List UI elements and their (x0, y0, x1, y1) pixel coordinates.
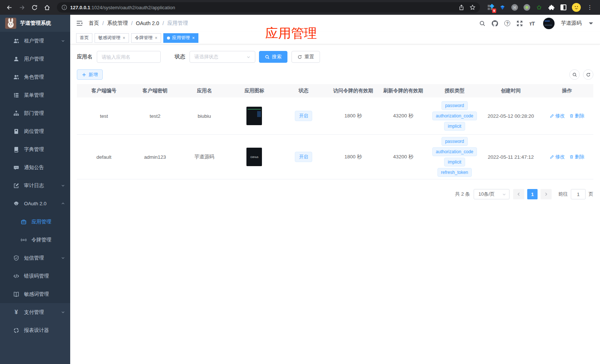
close-tab-icon[interactable]: × (123, 35, 125, 41)
chevron-up-icon (61, 202, 65, 206)
total-count: 共 2 条 (455, 191, 470, 198)
cell-grant-types: passwordauthorization_codeimplicit (428, 97, 481, 134)
sidebar-item-OAuth 2.0[interactable]: OAuth 2.0 (0, 195, 70, 213)
ext-grid-icon[interactable]: 9 (487, 4, 494, 11)
collapse-sidebar-icon[interactable] (76, 20, 83, 27)
sidebar-item-支付管理[interactable]: ¥支付管理 (0, 303, 70, 321)
forward-icon[interactable] (16, 2, 27, 13)
help-icon[interactable]: ? (504, 20, 510, 26)
grant-tag-implicit: implicit (444, 122, 465, 131)
top-navbar: 首页/系统管理/OAuth 2.0/应用管理 ? тT 芋道源码 (70, 15, 600, 32)
ext-star-icon[interactable]: ✩ (535, 4, 543, 11)
breadcrumb-item[interactable]: 系统管理 (107, 20, 128, 27)
sidebar-item-审计日志[interactable]: 审计日志 (0, 176, 70, 195)
page-size-select[interactable]: 10条/页 (474, 189, 509, 199)
close-tab-icon[interactable]: × (155, 35, 157, 41)
sidebar-item-角色管理[interactable]: 角色管理 (0, 68, 70, 86)
share-icon[interactable] (458, 4, 464, 10)
back-icon[interactable] (4, 2, 15, 13)
search-button[interactable]: 搜索 (259, 51, 287, 63)
sidebar-item-字典管理[interactable]: 字典管理 (0, 140, 70, 158)
edit-link[interactable]: 修改 (550, 154, 565, 160)
user-icon (13, 56, 19, 62)
grant-tag-authorization_code: authorization_code (432, 147, 477, 156)
profile-avatar[interactable] (572, 3, 581, 12)
sidebar-item-菜单管理[interactable]: 菜单管理 (0, 86, 70, 104)
delete-link[interactable]: 删除 (569, 113, 584, 119)
sidebar-item-label: 岗位管理 (24, 128, 44, 135)
app-name-input[interactable] (97, 51, 161, 63)
sidebar-item-报表设计器[interactable]: 报表设计器 (0, 321, 70, 339)
edit-link[interactable]: 修改 (550, 113, 565, 119)
split-screen-icon[interactable] (560, 4, 567, 11)
tab-令牌管理[interactable]: 令牌管理× (131, 33, 161, 43)
prev-page-button[interactable] (513, 189, 524, 199)
status-tag: 开启 (295, 152, 312, 162)
url-text[interactable]: 127.0.0.1:1024/system/oauth2/oauth2/appl… (70, 5, 456, 10)
column-header-客户端密钥: 客户端密钥 (131, 84, 179, 97)
tags-view-bar: 首页敏感词管理×令牌管理×应用管理× (70, 32, 600, 44)
reload-icon[interactable] (29, 2, 40, 13)
puzzle-extensions-icon[interactable] (548, 4, 555, 11)
delete-link[interactable]: 删除 (569, 154, 584, 160)
goto-page-input[interactable] (571, 189, 586, 199)
token-icon (21, 237, 27, 243)
cell-status: 开启 (279, 138, 328, 175)
fullscreen-icon[interactable] (517, 20, 523, 27)
sidebar-item-令牌管理[interactable]: 令牌管理 (0, 231, 70, 249)
sidebar-item-敏感词管理[interactable]: 敏感词管理 (0, 285, 70, 303)
sidebar-item-应用管理[interactable]: 应用管理 (0, 213, 70, 231)
header-search-icon[interactable] (479, 20, 485, 27)
sidebar-item-部门管理[interactable]: 部门管理 (0, 104, 70, 122)
next-page-button[interactable] (541, 189, 552, 199)
sidebar-item-岗位管理[interactable]: 岗位管理 (0, 122, 70, 140)
status-select[interactable]: 请选择状态 (190, 51, 255, 63)
ext-dot-icon[interactable] (523, 4, 531, 11)
github-thumbnail: GitHub (246, 148, 262, 166)
sidebar-item-短信管理[interactable]: 短信管理 (0, 249, 70, 267)
user-avatar[interactable] (543, 18, 555, 29)
sidebar-item-label: 用户管理 (24, 56, 44, 62)
cell-client-secret: test2 (131, 97, 179, 134)
sidebar-item-用户管理[interactable]: 用户管理 (0, 50, 70, 68)
cell-app-icon (229, 97, 279, 134)
sidebar-item-label: 字典管理 (24, 146, 44, 153)
breadcrumb-item[interactable]: 首页 (89, 20, 99, 27)
tab-应用管理[interactable]: 应用管理× (163, 33, 198, 43)
reset-button[interactable]: 重置 (292, 51, 320, 63)
sidebar-item-label: 短信管理 (24, 255, 44, 261)
sidebar-item-通知公告[interactable]: 通知公告 (0, 158, 70, 176)
tab-敏感词管理[interactable]: 敏感词管理× (95, 33, 129, 43)
cell-client-id: test (77, 97, 131, 134)
book-icon (13, 291, 19, 297)
browser-toolbar: 127.0.0.1:1024/system/oauth2/oauth2/appl… (0, 0, 600, 15)
ext-command-icon[interactable]: ⌘ (511, 4, 518, 11)
page-number-1[interactable]: 1 (527, 189, 538, 199)
breadcrumb-item[interactable]: OAuth 2.0 (136, 20, 159, 26)
chevron-down-icon (246, 55, 250, 59)
app-logo[interactable]: 芋道管理系统 (0, 15, 70, 32)
url-bar[interactable]: 127.0.0.1:1024/system/oauth2/oauth2/appl… (57, 2, 480, 13)
cell-actions: 修改删除 (541, 138, 593, 175)
sidebar-item-错误码管理[interactable]: 错误码管理 (0, 267, 70, 285)
ext-gem-icon[interactable] (499, 4, 506, 11)
users-icon (13, 38, 19, 44)
column-header-状态: 状态 (279, 84, 328, 97)
github-icon[interactable] (492, 20, 498, 27)
user-caret-down-icon[interactable] (588, 20, 594, 27)
cell-actions: 修改删除 (541, 97, 593, 134)
column-header-操作: 操作 (541, 84, 593, 97)
close-tab-icon[interactable]: × (192, 35, 195, 41)
browser-menu-icon[interactable]: ⋮ (586, 4, 594, 11)
cell-access-ttl: 1800 秒 (328, 97, 378, 134)
font-size-icon[interactable]: тT (529, 20, 535, 27)
site-info-icon[interactable] (61, 4, 67, 10)
show-search-button[interactable] (569, 69, 580, 80)
bookmark-star-icon[interactable] (470, 4, 475, 10)
home-icon[interactable] (41, 2, 52, 13)
sidebar-item-租户管理[interactable]: 租户管理 (0, 32, 70, 50)
tab-首页[interactable]: 首页 (76, 33, 92, 43)
add-button[interactable]: 新增 (77, 69, 103, 80)
grant-tag-password: password (442, 101, 468, 110)
refresh-table-button[interactable] (583, 69, 593, 80)
